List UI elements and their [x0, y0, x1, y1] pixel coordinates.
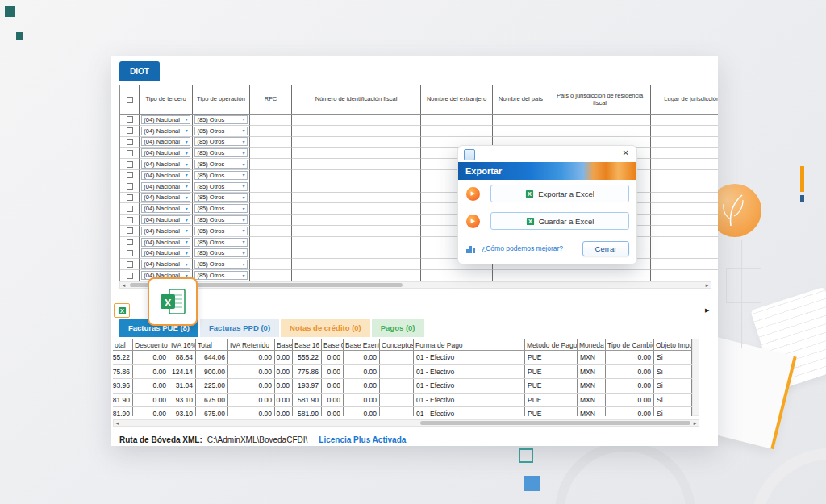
- empty-cell[interactable]: [292, 126, 421, 137]
- empty-cell[interactable]: [292, 215, 421, 226]
- empty-cell[interactable]: [421, 126, 493, 137]
- empty-cell[interactable]: [292, 193, 421, 204]
- empty-cell[interactable]: [250, 159, 292, 170]
- empty-cell[interactable]: [292, 115, 421, 126]
- tipo-tercero-dropdown[interactable]: (04) Nacional▾: [141, 160, 190, 169]
- select-all-checkbox[interactable]: [127, 97, 133, 103]
- empty-cell[interactable]: [292, 159, 421, 170]
- scroll-left-icon[interactable]: ◄: [120, 282, 127, 289]
- save-to-excel-button[interactable]: X Guardar a Excel: [490, 212, 629, 230]
- empty-cell[interactable]: [250, 181, 292, 193]
- tab-facturas-ppd[interactable]: Facturas PPD (0): [200, 319, 279, 337]
- tipo-operacion-dropdown[interactable]: (85) Otros▾: [194, 227, 247, 235]
- tipo-operacion-dropdown[interactable]: (85) Otros▾: [194, 171, 247, 180]
- tipo-tercero-dropdown[interactable]: (04) Nacional▾: [141, 227, 190, 235]
- row-checkbox[interactable]: [127, 239, 133, 245]
- empty-cell[interactable]: [292, 270, 421, 281]
- empty-cell[interactable]: [493, 126, 549, 137]
- scrollbar-thumb[interactable]: [420, 421, 690, 425]
- main-table-hscrollbar[interactable]: ◄ ►: [119, 281, 711, 289]
- tipo-operacion-dropdown[interactable]: (85) Otros▾: [194, 160, 247, 169]
- tipo-operacion-dropdown[interactable]: (85) Otros▾: [194, 215, 247, 224]
- empty-cell[interactable]: [250, 115, 292, 126]
- row-checkbox[interactable]: [127, 139, 133, 145]
- cerrar-button[interactable]: Cerrar: [582, 241, 629, 256]
- tipo-operacion-dropdown[interactable]: (85) Otros▾: [194, 115, 247, 124]
- empty-cell[interactable]: [250, 259, 292, 270]
- empty-cell[interactable]: [421, 270, 493, 281]
- tipo-tercero-dropdown[interactable]: (04) Nacional▾: [141, 204, 190, 213]
- tipo-tercero-dropdown[interactable]: (04) Nacional▾: [141, 248, 190, 257]
- license-link[interactable]: Licencia Plus Activada: [319, 435, 406, 444]
- tipo-tercero-dropdown[interactable]: (04) Nacional▾: [141, 148, 190, 157]
- close-icon[interactable]: ✕: [623, 148, 629, 157]
- tab-scroll-right-icon[interactable]: ▶: [705, 307, 709, 314]
- scroll-right-icon[interactable]: ►: [703, 282, 711, 289]
- row-checkbox[interactable]: [127, 116, 133, 123]
- table-row[interactable]: 75.860.00124.14900.000.000.00775.860.000…: [113, 365, 692, 380]
- empty-cell[interactable]: [292, 203, 421, 215]
- row-checkbox[interactable]: [127, 161, 133, 168]
- table-row[interactable]: 81.900.0093.10675.000.000.00581.900.000.…: [113, 407, 692, 416]
- table-row[interactable]: 55.220.0088.84644.060.000.00555.220.000.…: [113, 351, 692, 365]
- empty-cell[interactable]: [651, 203, 718, 215]
- tipo-operacion-dropdown[interactable]: (85) Otros▾: [194, 127, 247, 135]
- empty-cell[interactable]: [651, 259, 718, 270]
- detail-table-hscrollbar[interactable]: ◄ ►: [113, 419, 699, 427]
- tipo-operacion-dropdown[interactable]: (85) Otros▾: [194, 271, 247, 280]
- row-checkbox[interactable]: [127, 194, 133, 201]
- empty-cell[interactable]: [250, 248, 292, 260]
- row-checkbox[interactable]: [127, 172, 133, 178]
- tipo-tercero-dropdown[interactable]: (04) Nacional▾: [141, 182, 190, 191]
- empty-cell[interactable]: [651, 170, 718, 181]
- tipo-tercero-dropdown[interactable]: (04) Nacional▾: [141, 127, 190, 135]
- row-checkbox[interactable]: [127, 273, 133, 279]
- row-checkbox[interactable]: [127, 206, 133, 212]
- tipo-tercero-dropdown[interactable]: (04) Nacional▾: [141, 171, 190, 180]
- empty-cell[interactable]: [250, 237, 292, 248]
- empty-cell[interactable]: [651, 181, 718, 193]
- tipo-operacion-dropdown[interactable]: (85) Otros▾: [194, 182, 247, 191]
- empty-cell[interactable]: [292, 181, 421, 193]
- tipo-tercero-dropdown[interactable]: (04) Nacional▾: [141, 215, 190, 224]
- empty-cell[interactable]: [250, 193, 292, 204]
- empty-cell[interactable]: [421, 115, 493, 126]
- empty-cell[interactable]: [292, 237, 421, 248]
- tipo-operacion-dropdown[interactable]: (85) Otros▾: [194, 193, 247, 202]
- empty-cell[interactable]: [549, 115, 651, 126]
- empty-cell[interactable]: [651, 148, 718, 159]
- tipo-tercero-dropdown[interactable]: (04) Nacional▾: [141, 193, 190, 202]
- empty-cell[interactable]: [250, 126, 292, 137]
- empty-cell[interactable]: [250, 226, 292, 237]
- row-checkbox[interactable]: [127, 261, 133, 268]
- tipo-operacion-dropdown[interactable]: (85) Otros▾: [194, 248, 247, 257]
- empty-cell[interactable]: [250, 170, 292, 181]
- empty-cell[interactable]: [250, 215, 292, 226]
- empty-cell[interactable]: [292, 248, 421, 260]
- scroll-left-icon[interactable]: ◄: [114, 420, 121, 427]
- empty-cell[interactable]: [250, 270, 292, 281]
- empty-cell[interactable]: [292, 170, 421, 181]
- empty-cell[interactable]: [651, 126, 718, 137]
- empty-cell[interactable]: [549, 270, 651, 281]
- row-checkbox[interactable]: [127, 183, 133, 190]
- table-row[interactable]: 81.900.0093.10675.000.000.00581.900.000.…: [113, 394, 692, 408]
- tipo-tercero-dropdown[interactable]: (04) Nacional▾: [141, 137, 190, 146]
- detail-table-vscrollbar[interactable]: [692, 339, 699, 416]
- tipo-operacion-dropdown[interactable]: (85) Otros▾: [194, 260, 247, 269]
- tipo-tercero-dropdown[interactable]: (04) Nacional▾: [141, 115, 190, 124]
- tipo-tercero-dropdown[interactable]: (04) Nacional▾: [141, 260, 190, 269]
- row-checkbox[interactable]: [127, 227, 133, 234]
- empty-cell[interactable]: [292, 148, 421, 159]
- tab-pagos[interactable]: Pagos (0): [372, 319, 424, 337]
- empty-cell[interactable]: [651, 193, 718, 204]
- empty-cell[interactable]: [651, 270, 718, 281]
- tipo-operacion-dropdown[interactable]: (85) Otros▾: [194, 238, 247, 247]
- tab-notas-credito[interactable]: Notas de crédito (0): [281, 319, 370, 337]
- empty-cell[interactable]: [651, 215, 718, 226]
- row-checkbox[interactable]: [127, 250, 133, 256]
- empty-cell[interactable]: [651, 237, 718, 248]
- empty-cell[interactable]: [250, 203, 292, 215]
- empty-cell[interactable]: [250, 137, 292, 148]
- row-checkbox[interactable]: [127, 150, 133, 156]
